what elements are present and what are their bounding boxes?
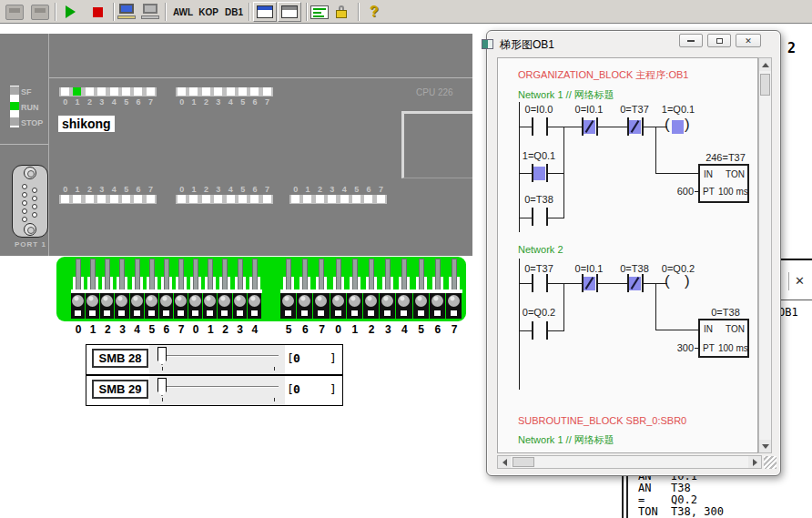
input-switch[interactable] (71, 259, 86, 291)
window-title: 梯形图OB1 (500, 37, 554, 53)
contact-label: 0=T38 (519, 194, 559, 205)
output-led (108, 87, 120, 96)
panel-divider (0, 144, 48, 145)
download-button[interactable] (117, 2, 137, 22)
scroll-up-button[interactable] (759, 58, 771, 71)
play-icon (66, 5, 76, 18)
lamp-row-left (71, 293, 262, 319)
stop-icon (93, 7, 103, 17)
background-close-button[interactable]: ✕ (795, 274, 805, 288)
input-lamp (380, 293, 395, 319)
input-switch[interactable] (430, 259, 446, 291)
output-led (249, 87, 260, 96)
toolbar-disabled-button-1[interactable] (5, 2, 24, 22)
input-led (96, 195, 107, 204)
input-switch[interactable] (396, 259, 412, 291)
trend-view-button[interactable] (278, 2, 301, 22)
input-switch[interactable] (130, 259, 145, 291)
input-switch[interactable] (159, 259, 174, 291)
input-switch[interactable] (188, 259, 203, 291)
port1-connector (12, 165, 48, 238)
input-switch[interactable] (86, 259, 100, 291)
toolbar-disabled-button-2[interactable] (31, 2, 49, 22)
slider-thumb[interactable] (157, 378, 167, 396)
tick (274, 367, 275, 371)
timer-pt: PT (703, 187, 715, 197)
input-lamp (313, 293, 329, 319)
td200-button[interactable] (310, 2, 329, 22)
nc-contact-energized (629, 120, 641, 134)
input-switch[interactable] (248, 259, 262, 291)
input-switch[interactable] (145, 259, 159, 291)
input-switch[interactable] (330, 259, 347, 291)
vertical-scrollbar[interactable] (758, 57, 772, 453)
toolbar: AWL KOP DB1 ? (0, 0, 812, 24)
input-switch[interactable] (233, 259, 248, 291)
minimize-button[interactable] (679, 34, 703, 47)
lock-button[interactable] (333, 2, 350, 22)
help-button[interactable]: ? (364, 2, 384, 22)
horizontal-scrollbar[interactable] (497, 455, 762, 469)
awl-window-border (622, 471, 628, 518)
state-chart-button[interactable] (253, 2, 277, 22)
input-switch[interactable] (174, 259, 188, 291)
db1-button[interactable]: DB1 (222, 2, 246, 22)
screw-bottom (24, 223, 36, 236)
run-button[interactable] (60, 2, 80, 22)
input-switch[interactable] (218, 259, 232, 291)
smb28-slider[interactable] (149, 345, 285, 374)
scroll-left-button[interactable] (498, 456, 511, 468)
input-switch[interactable] (313, 259, 330, 291)
input-lamp (280, 293, 296, 319)
input-switch[interactable] (203, 259, 218, 291)
panel-divider (48, 34, 49, 256)
stop-button[interactable] (87, 2, 107, 22)
smb29-slider-row: SMB 29 [ 0 ] (86, 375, 343, 406)
kop-button[interactable]: KOP (197, 2, 220, 22)
input-switch[interactable] (297, 259, 313, 291)
output-led (96, 87, 107, 96)
upload-button[interactable] (141, 2, 161, 22)
close-button[interactable]: ✕ (736, 34, 761, 47)
window-icon (257, 5, 273, 18)
tick (162, 398, 163, 401)
input-led (145, 195, 157, 204)
scroll-down-button[interactable] (759, 440, 771, 452)
scroll-right-button[interactable] (748, 456, 761, 468)
timer-pt: PT (703, 343, 715, 353)
input-lamp (203, 293, 217, 319)
input-switch[interactable] (347, 259, 363, 291)
smb29-slider[interactable] (149, 376, 285, 405)
input-led (301, 195, 313, 204)
background-window-top-border (781, 259, 812, 260)
input-led (289, 195, 301, 204)
input-switch[interactable] (446, 259, 462, 291)
input-switch[interactable] (100, 259, 115, 291)
contact-label: 0=Q0.2 (519, 307, 559, 318)
horizontal-scroll-thumb[interactable] (513, 457, 534, 467)
input-lamp (363, 293, 379, 319)
vertical-scroll-thumb[interactable] (760, 74, 770, 96)
resize-grip[interactable] (764, 456, 776, 469)
input-lamp (248, 293, 261, 319)
slider-thumb[interactable] (157, 347, 167, 365)
network1-title: Network 1 // 网络标题 (518, 88, 614, 102)
input-switch[interactable] (380, 259, 396, 291)
input-lamp (115, 293, 128, 319)
input-led (188, 195, 199, 204)
maximize-button[interactable] (707, 34, 731, 47)
input-switch[interactable] (413, 259, 430, 291)
output-led (145, 87, 157, 96)
led-strip-q1 (176, 87, 273, 96)
timer-base: 100 ms (718, 187, 748, 197)
awl-button[interactable]: AWL (171, 2, 195, 22)
contact-label: 0=I0.1 (569, 104, 609, 115)
input-switch[interactable] (115, 259, 129, 291)
db1-label: DB1 (225, 7, 243, 17)
nc-contact-energized (629, 277, 641, 290)
toolbar-separator (113, 3, 114, 21)
input-switch[interactable] (280, 259, 297, 291)
input-lamp (430, 293, 445, 319)
input-switch[interactable] (363, 259, 380, 291)
subroutine-header: SUBROUTINE_BLOCK SBR_0:SBR0 (518, 415, 686, 426)
